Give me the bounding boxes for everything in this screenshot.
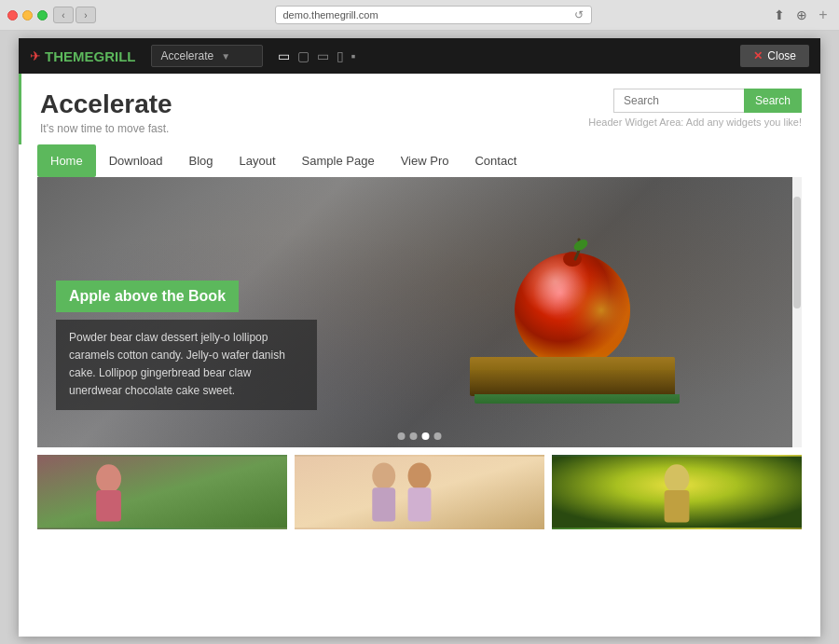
nav-item-home[interactable]: Home [37, 144, 96, 177]
browser-nav-buttons: ‹ › [53, 7, 96, 23]
slider-dot-3[interactable] [422, 432, 430, 440]
add-tab-button[interactable]: + [815, 7, 832, 23]
site-title-block: Accelerate It's now time to move fast. [40, 89, 172, 135]
nav-item-view-pro[interactable]: View Pro [388, 144, 462, 177]
nav-item-layout[interactable]: Layout [227, 144, 289, 177]
device-icons: ▭ ▢ ▭ ▯ ▪ [278, 48, 356, 63]
nav-item-contact[interactable]: Contact [461, 144, 530, 177]
scrollbar-track [792, 177, 802, 447]
thumbnails-row [37, 455, 802, 529]
search-widget: Search Header Widget Area: Add any widge… [588, 89, 802, 128]
site-title: Accelerate [40, 89, 172, 120]
website-frame: ✈ THEMEGRILL Accelerate ▼ ▭ ▢ ▭ ▯ ▪ ✕ Cl… [19, 38, 820, 637]
search-button[interactable]: Search [744, 89, 802, 113]
svg-point-11 [372, 462, 395, 489]
search-row: Search [613, 89, 802, 113]
slider-dot-2[interactable] [410, 432, 418, 440]
hero-overlay: Apple above the Book Powder bear claw de… [56, 281, 317, 410]
site-content: Accelerate It's now time to move fast. S… [19, 74, 820, 637]
themegrill-logo: ✈ THEMEGRILL [30, 48, 136, 64]
hero-background: Apple above the Book Powder bear claw de… [37, 177, 802, 447]
dropdown-arrow-icon: ▼ [221, 51, 252, 62]
share-button[interactable]: ⬆ [770, 6, 789, 24]
browser-chrome: ‹ › demo.themegrill.com ↺ ⬆ ⊕ + [0, 0, 839, 31]
maximize-window-button[interactable] [37, 10, 48, 21]
hero-title: Apple above the Book [56, 281, 239, 312]
widget-area-text: Header Widget Area: Add any widgets you … [588, 116, 802, 128]
thumbnail-3-image [552, 455, 802, 529]
apple-scene [343, 177, 802, 447]
forward-button[interactable]: › [76, 7, 96, 23]
apple-image [502, 228, 642, 377]
address-bar-container: demo.themegrill.com ↺ [102, 6, 764, 24]
hero-description: Powder bear claw dessert jelly-o lollipo… [56, 320, 317, 410]
svg-rect-9 [96, 490, 121, 522]
slider-dots [398, 432, 442, 440]
scrollbar-thumb[interactable] [793, 197, 801, 308]
slider-dot-4[interactable] [434, 432, 442, 440]
svg-rect-13 [372, 487, 395, 521]
bookmark-button[interactable]: ⊕ [792, 6, 811, 24]
svg-point-8 [96, 464, 121, 493]
thumbnail-2-image [295, 455, 544, 529]
nav-item-download[interactable]: Download [96, 144, 176, 177]
logo-text: THEMEGRILL [45, 48, 136, 64]
monitor-icon[interactable]: ▢ [297, 48, 309, 63]
tablet-icon[interactable]: ▭ [317, 48, 329, 63]
site-navigation: Home Download Blog Layout Sample Page Vi… [19, 144, 820, 177]
search-input[interactable] [613, 89, 744, 113]
svg-point-4 [572, 237, 590, 253]
address-bar[interactable]: demo.themegrill.com ↺ [275, 6, 592, 24]
thumbnail-1[interactable] [37, 455, 287, 529]
back-button[interactable]: ‹ [53, 7, 74, 23]
minimize-window-button[interactable] [22, 10, 33, 21]
nav-item-blog[interactable]: Blog [176, 144, 227, 177]
website-wrapper: ✈ THEMEGRILL Accelerate ▼ ▭ ▢ ▭ ▯ ▪ ✕ Cl… [0, 31, 839, 644]
thumbnail-3[interactable] [552, 455, 802, 529]
mobile-icon[interactable]: ▯ [337, 48, 344, 63]
slider-dot-1[interactable] [398, 432, 406, 440]
nav-item-sample-page[interactable]: Sample Page [289, 144, 388, 177]
svg-rect-7 [37, 456, 287, 528]
hero-slider: Apple above the Book Powder bear claw de… [37, 177, 802, 447]
apple-group [470, 228, 675, 396]
small-mobile-icon[interactable]: ▪ [351, 48, 356, 63]
theme-selector[interactable]: Accelerate ▼ [151, 45, 263, 67]
thumbnail-2[interactable] [295, 455, 544, 529]
themegrill-toolbar: ✈ THEMEGRILL Accelerate ▼ ▭ ▢ ▭ ▯ ▪ ✕ Cl… [19, 38, 820, 74]
close-button[interactable]: ✕ Close [740, 45, 809, 67]
svg-point-12 [408, 462, 432, 489]
svg-rect-17 [665, 490, 690, 522]
svg-point-2 [515, 253, 630, 368]
site-tagline: It's now time to move fast. [40, 122, 172, 135]
browser-actions: ⬆ ⊕ + [770, 6, 832, 24]
thumbnail-1-image [37, 455, 287, 529]
svg-point-16 [665, 464, 690, 493]
logo-icon: ✈ [30, 48, 41, 63]
browser-titlebar: ‹ › demo.themegrill.com ↺ ⬆ ⊕ + [0, 0, 839, 30]
svg-rect-14 [408, 487, 432, 521]
book-stack [470, 368, 675, 396]
traffic-lights [7, 10, 48, 21]
address-text: demo.themegrill.com [283, 9, 378, 21]
reload-icon[interactable]: ↺ [574, 8, 584, 21]
site-header: Accelerate It's now time to move fast. S… [19, 74, 820, 144]
close-window-button[interactable] [7, 10, 18, 21]
desktop-icon[interactable]: ▭ [278, 48, 290, 63]
